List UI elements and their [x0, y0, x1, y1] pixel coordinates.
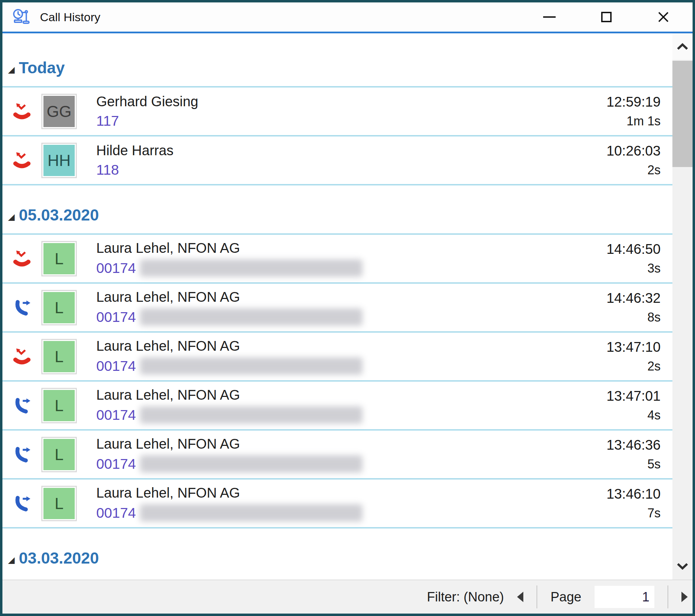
page-label: Page: [550, 590, 581, 605]
phone-number: 00174: [96, 260, 136, 276]
avatar-initials: L: [55, 249, 64, 268]
vertical-scrollbar[interactable]: [672, 33, 693, 580]
call-duration: 7s: [575, 506, 661, 521]
contact-name: Gerhard Giesing: [96, 94, 575, 109]
group-label: 03.03.2020: [19, 549, 99, 567]
chevron-up-icon: [677, 43, 688, 50]
titlebar[interactable]: Call History: [2, 2, 693, 32]
maximize-button[interactable]: [587, 2, 626, 32]
statusbar-divider: [668, 585, 668, 608]
scroll-down-button[interactable]: [672, 554, 693, 579]
contact-name: Laura Lehel, NFON AG: [96, 485, 575, 501]
call-history-row[interactable]: HH Hilde Harras 118 10:26:03 2s: [2, 136, 672, 185]
avatar: L: [41, 241, 77, 276]
redacted-number-blur: [140, 308, 362, 326]
chevron-down-icon: [677, 563, 688, 570]
avatar: L: [41, 486, 77, 521]
avatar-initials: L: [55, 298, 64, 317]
missed-call-icon: [13, 348, 31, 366]
avatar: L: [41, 339, 77, 374]
avatar-initials: L: [55, 396, 64, 415]
missed-call-icon: [13, 250, 31, 268]
scroll-up-button[interactable]: [672, 33, 693, 60]
avatar-initials: L: [55, 347, 64, 366]
statusbar-divider: [537, 585, 537, 608]
group-rows: L Laura Lehel, NFON AG 00174 14:46:50 3s: [2, 233, 672, 528]
call-duration: 2s: [575, 359, 661, 374]
close-icon: [657, 10, 670, 24]
call-history-row[interactable]: L Laura Lehel, NFON AG 00174 13:46:36 5s: [2, 431, 672, 480]
filter-label[interactable]: Filter: (None): [427, 590, 504, 605]
avatar-initials: L: [55, 445, 64, 464]
close-button[interactable]: [644, 2, 683, 32]
missed-call-icon: [13, 151, 31, 169]
call-history-row[interactable]: L Laura Lehel, NFON AG 00174 13:47:01 4s: [2, 382, 672, 431]
outgoing-call-icon: [13, 494, 31, 513]
call-time: 12:59:19: [575, 94, 661, 110]
collapse-triangle-icon[interactable]: ◢: [8, 65, 15, 74]
call-duration: 3s: [575, 261, 661, 276]
call-time: 13:46:36: [575, 437, 661, 453]
minimize-button[interactable]: [530, 2, 569, 32]
phone-number: 00174: [96, 309, 136, 325]
call-history-clock-icon: [11, 7, 31, 27]
contact-name: Hilde Harras: [96, 143, 575, 158]
outgoing-call-icon: [13, 446, 31, 464]
window-title: Call History: [40, 10, 100, 24]
outgoing-call-icon: [13, 299, 31, 317]
scrollbar-thumb[interactable]: [672, 61, 693, 167]
avatar: L: [41, 437, 77, 472]
call-duration: 1m 1s: [575, 114, 661, 128]
call-history-row[interactable]: L Laura Lehel, NFON AG 00174 14:46:50 3s: [2, 235, 672, 284]
avatar-initials: L: [55, 494, 64, 513]
redacted-number-blur: [140, 406, 362, 424]
call-time: 14:46:50: [575, 241, 661, 257]
group-header[interactable]: ◢ Today: [2, 58, 672, 77]
next-page-icon[interactable]: [681, 592, 688, 602]
call-time: 13:47:10: [575, 339, 661, 355]
minimize-icon: [543, 16, 556, 18]
call-list: ◢ Today GG Gerhard Giesing 117: [2, 33, 693, 580]
call-time: 14:46:32: [575, 290, 661, 306]
avatar: L: [41, 388, 77, 423]
group-header[interactable]: ◢ 03.03.2020: [2, 549, 672, 567]
group-header[interactable]: ◢ 05.03.2020: [2, 206, 672, 224]
call-history-row[interactable]: L Laura Lehel, NFON AG 00174 13:47:10 2s: [2, 333, 672, 382]
call-duration: 2s: [575, 163, 661, 177]
avatar-initials: GG: [47, 102, 72, 121]
call-history-row[interactable]: L Laura Lehel, NFON AG 00174 14:46:32 8s: [2, 284, 672, 333]
contact-name: Laura Lehel, NFON AG: [96, 289, 575, 305]
contact-name: Laura Lehel, NFON AG: [96, 436, 575, 452]
avatar: HH: [41, 143, 77, 178]
collapse-triangle-icon[interactable]: ◢: [8, 556, 15, 564]
date-group: ◢ 03.03.2020: [2, 549, 672, 567]
call-history-row[interactable]: L Laura Lehel, NFON AG 00174 13:46:10 7s: [2, 480, 672, 528]
phone-number: 00174: [96, 456, 136, 472]
redacted-number-blur: [140, 504, 362, 522]
phone-number: 00174: [96, 358, 136, 374]
group-rows: GG Gerhard Giesing 117 12:59:19 1m 1s: [2, 86, 672, 185]
phone-number: 117: [96, 113, 119, 129]
missed-call-icon: [13, 102, 31, 120]
group-label: 05.03.2020: [19, 206, 99, 224]
redacted-number-blur: [140, 455, 362, 473]
call-duration: 5s: [575, 457, 661, 472]
contact-name: Laura Lehel, NFON AG: [96, 240, 575, 256]
previous-page-icon[interactable]: [517, 592, 523, 602]
call-time: 13:47:01: [575, 388, 661, 404]
page-input[interactable]: [595, 586, 654, 608]
call-history-row[interactable]: GG Gerhard Giesing 117 12:59:19 1m 1s: [2, 88, 672, 136]
collapse-triangle-icon[interactable]: ◢: [8, 213, 15, 221]
date-group: ◢ Today GG Gerhard Giesing 117: [2, 58, 672, 185]
call-time: 13:46:10: [575, 486, 661, 502]
maximize-icon: [601, 12, 612, 22]
avatar: GG: [41, 94, 77, 129]
phone-number: 118: [96, 162, 119, 178]
avatar-initials: HH: [48, 151, 71, 170]
call-time: 10:26:03: [575, 143, 661, 159]
outgoing-call-icon: [13, 397, 31, 415]
redacted-number-blur: [140, 259, 362, 277]
avatar: L: [41, 290, 77, 325]
contact-name: Laura Lehel, NFON AG: [96, 387, 575, 403]
redacted-number-blur: [140, 357, 362, 375]
